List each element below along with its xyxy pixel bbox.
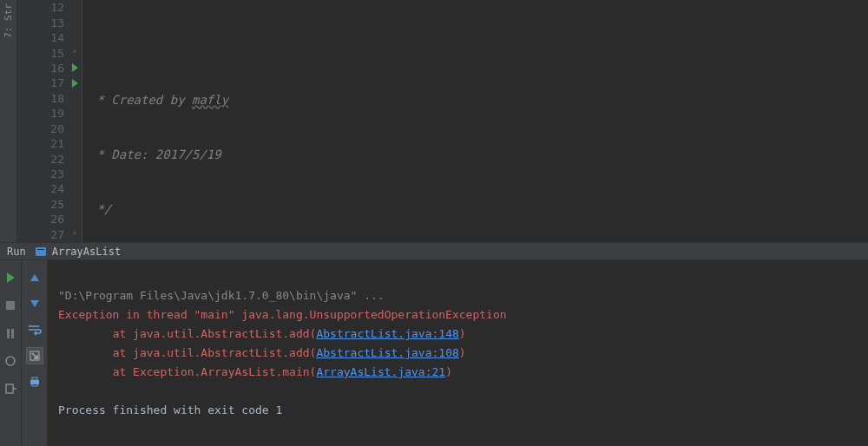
line-number: 12 (43, 1, 64, 14)
svg-rect-5 (32, 377, 37, 380)
scroll-down-button[interactable] (26, 295, 43, 312)
run-gutter-icon[interactable] (69, 78, 80, 89)
line-number: 25 (43, 198, 64, 211)
side-tab-label: 7: Str (3, 3, 14, 38)
scroll-up-button[interactable] (26, 269, 43, 286)
line-number: 20 (43, 122, 64, 135)
stacktrace-line: at java.util.AbstractList.add(AbstractLi… (58, 327, 466, 340)
line-number: 23 (43, 167, 64, 180)
code-editor[interactable]: * Created by mafly * Date: 2017/5/19 */ … (82, 0, 868, 242)
command-line: "D:\Program Files\Java\jdk1.7.0_80\bin\j… (58, 289, 385, 302)
run-panel: "D:\Program Files\Java\jdk1.7.0_80\bin\j… (0, 260, 868, 446)
line-number: 22 (43, 153, 64, 166)
comment: * Date: 2017/5/19 (89, 148, 221, 161)
console-actions-column (22, 260, 48, 446)
stacktrace-line: at Exception.ArrayAsList.main(ArrayAsLis… (58, 365, 452, 378)
run-gutter-icon[interactable] (69, 62, 80, 73)
rerun-button[interactable] (2, 269, 19, 286)
comment: * Created by (89, 93, 192, 107)
line-number: 18 (43, 92, 64, 105)
line-number: 26 (43, 213, 64, 226)
run-config-name[interactable]: ArrayAsList (52, 246, 121, 258)
svg-rect-0 (36, 247, 46, 256)
gutter[interactable]: 12 13 14 15⌃ 16 17 18 19 20 21 22 23 24 … (17, 0, 82, 242)
side-toolwindow-tab[interactable]: 7: Str (0, 0, 17, 242)
line-number: 24 (43, 182, 64, 195)
comment-author: mafly (192, 93, 228, 107)
scroll-to-end-button[interactable] (26, 347, 43, 364)
line-number: 27 (43, 228, 64, 241)
pause-button[interactable] (2, 325, 19, 342)
svg-rect-1 (37, 249, 44, 250)
line-number: 15 (43, 47, 64, 60)
soft-wrap-button[interactable] (26, 321, 43, 338)
line-number: 16 (43, 62, 64, 75)
fold-end-icon[interactable]: ⌃ (69, 48, 80, 58)
fold-end-icon[interactable]: ⌃ (69, 229, 80, 239)
run-actions-column (0, 260, 22, 446)
editor-area: 7: Str 12 13 14 15⌃ 16 17 18 19 20 21 22… (0, 0, 868, 242)
run-tab-label: Run (7, 246, 26, 258)
stacktrace-link[interactable]: AbstractList.java:148 (316, 327, 458, 340)
comment: */ (89, 202, 111, 216)
config-icon (35, 246, 47, 258)
dump-threads-button[interactable] (2, 352, 19, 370)
print-button[interactable] (26, 373, 43, 390)
svg-point-2 (6, 357, 15, 365)
line-number: 17 (43, 76, 64, 89)
exit-line: Process finished with exit code 1 (58, 403, 282, 416)
line-number: 14 (43, 31, 64, 44)
line-number: 13 (43, 16, 64, 30)
stacktrace-link[interactable]: AbstractList.java:108 (316, 346, 458, 359)
console-output[interactable]: "D:\Program Files\Java\jdk1.7.0_80\bin\j… (48, 260, 868, 446)
exception-line: Exception in thread "main" java.lang.Uns… (58, 308, 507, 321)
svg-rect-6 (32, 384, 37, 386)
stacktrace-line: at java.util.AbstractList.add(AbstractLi… (58, 346, 466, 359)
line-number: 21 (43, 137, 64, 150)
exit-button[interactable] (2, 380, 19, 397)
stacktrace-link-active[interactable]: ArrayAsList.java:21 (316, 365, 445, 378)
line-number: 19 (43, 107, 64, 120)
run-toolwindow-header[interactable]: Run ArrayAsList (0, 242, 868, 260)
stop-button[interactable] (2, 297, 19, 314)
